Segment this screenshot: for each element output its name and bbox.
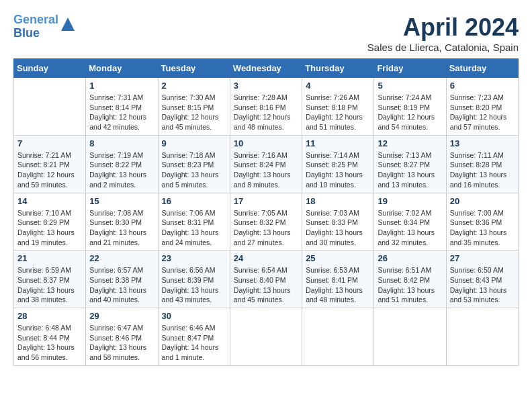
calendar-cell: 24Sunrise: 6:54 AMSunset: 8:40 PMDayligh… bbox=[230, 250, 302, 308]
calendar-cell: 2Sunrise: 7:30 AMSunset: 8:15 PMDaylight… bbox=[158, 78, 230, 136]
day-number: 9 bbox=[162, 138, 226, 148]
calendar-cell: 22Sunrise: 6:57 AMSunset: 8:38 PMDayligh… bbox=[86, 250, 158, 308]
calendar-cell: 3Sunrise: 7:28 AMSunset: 8:16 PMDaylight… bbox=[230, 78, 302, 136]
header-thursday: Thursday bbox=[302, 59, 374, 78]
day-number: 22 bbox=[89, 253, 154, 263]
day-info: Sunrise: 7:06 AMSunset: 8:31 PMDaylight:… bbox=[162, 208, 226, 248]
calendar-cell: 29Sunrise: 6:47 AMSunset: 8:46 PMDayligh… bbox=[86, 308, 158, 366]
calendar-cell: 26Sunrise: 6:51 AMSunset: 8:42 PMDayligh… bbox=[374, 250, 446, 308]
calendar-week-5: 28Sunrise: 6:48 AMSunset: 8:44 PMDayligh… bbox=[14, 308, 519, 366]
day-number: 5 bbox=[378, 81, 442, 91]
header-friday: Friday bbox=[374, 59, 446, 78]
calendar-cell: 11Sunrise: 7:14 AMSunset: 8:25 PMDayligh… bbox=[302, 135, 374, 193]
day-info: Sunrise: 6:56 AMSunset: 8:39 PMDaylight:… bbox=[162, 265, 226, 305]
day-number: 29 bbox=[89, 311, 154, 321]
day-number: 6 bbox=[450, 81, 515, 91]
calendar-cell bbox=[446, 308, 518, 366]
calendar-cell: 1Sunrise: 7:31 AMSunset: 8:14 PMDaylight… bbox=[86, 78, 158, 136]
calendar-cell bbox=[302, 308, 374, 366]
calendar-header: Sunday Monday Tuesday Wednesday Thursday… bbox=[14, 59, 519, 78]
day-info: Sunrise: 6:54 AMSunset: 8:40 PMDaylight:… bbox=[234, 265, 298, 305]
svg-marker-0 bbox=[61, 17, 75, 31]
calendar-cell bbox=[374, 308, 446, 366]
day-number: 10 bbox=[234, 138, 298, 148]
logo-icon bbox=[60, 16, 76, 32]
day-number: 3 bbox=[234, 81, 298, 91]
header-monday: Monday bbox=[86, 59, 158, 78]
day-info: Sunrise: 7:26 AMSunset: 8:18 PMDaylight:… bbox=[306, 93, 370, 132]
day-number: 23 bbox=[162, 253, 226, 263]
day-info: Sunrise: 6:46 AMSunset: 8:47 PMDaylight:… bbox=[162, 323, 226, 363]
day-info: Sunrise: 7:23 AMSunset: 8:20 PMDaylight:… bbox=[450, 93, 515, 132]
day-info: Sunrise: 6:59 AMSunset: 8:37 PMDaylight:… bbox=[17, 265, 82, 305]
day-info: Sunrise: 7:05 AMSunset: 8:32 PMDaylight:… bbox=[234, 208, 298, 248]
logo-text: General Blue bbox=[13, 13, 58, 40]
day-info: Sunrise: 7:28 AMSunset: 8:16 PMDaylight:… bbox=[234, 93, 298, 132]
day-number: 25 bbox=[306, 253, 370, 263]
calendar-cell: 5Sunrise: 7:24 AMSunset: 8:19 PMDaylight… bbox=[374, 78, 446, 136]
calendar-cell: 7Sunrise: 7:21 AMSunset: 8:21 PMDaylight… bbox=[14, 135, 86, 193]
day-info: Sunrise: 7:31 AMSunset: 8:14 PMDaylight:… bbox=[89, 93, 154, 132]
calendar-week-2: 7Sunrise: 7:21 AMSunset: 8:21 PMDaylight… bbox=[14, 135, 519, 193]
calendar-cell: 21Sunrise: 6:59 AMSunset: 8:37 PMDayligh… bbox=[14, 250, 86, 308]
day-info: Sunrise: 7:02 AMSunset: 8:34 PMDaylight:… bbox=[378, 208, 442, 248]
day-info: Sunrise: 6:57 AMSunset: 8:38 PMDaylight:… bbox=[89, 265, 154, 305]
calendar-cell bbox=[14, 78, 86, 136]
calendar-cell: 9Sunrise: 7:18 AMSunset: 8:23 PMDaylight… bbox=[158, 135, 230, 193]
month-title: April 2024 bbox=[367, 13, 519, 42]
location-subtitle: Sales de Llierca, Catalonia, Spain bbox=[367, 42, 519, 53]
calendar-cell: 20Sunrise: 7:00 AMSunset: 8:36 PMDayligh… bbox=[446, 193, 518, 250]
calendar-cell: 18Sunrise: 7:03 AMSunset: 8:33 PMDayligh… bbox=[302, 193, 374, 250]
calendar-cell: 30Sunrise: 6:46 AMSunset: 8:47 PMDayligh… bbox=[158, 308, 230, 366]
calendar-cell: 14Sunrise: 7:10 AMSunset: 8:29 PMDayligh… bbox=[14, 193, 86, 250]
day-number: 2 bbox=[162, 81, 226, 91]
day-number: 16 bbox=[162, 196, 226, 206]
day-number: 13 bbox=[450, 138, 515, 148]
day-number: 1 bbox=[89, 81, 154, 91]
header-saturday: Saturday bbox=[446, 59, 518, 78]
day-info: Sunrise: 6:53 AMSunset: 8:41 PMDaylight:… bbox=[306, 265, 370, 305]
calendar-cell: 23Sunrise: 6:56 AMSunset: 8:39 PMDayligh… bbox=[158, 250, 230, 308]
day-number: 11 bbox=[306, 138, 370, 148]
day-info: Sunrise: 7:10 AMSunset: 8:29 PMDaylight:… bbox=[17, 208, 82, 248]
day-info: Sunrise: 7:16 AMSunset: 8:24 PMDaylight:… bbox=[234, 150, 298, 190]
day-info: Sunrise: 7:13 AMSunset: 8:27 PMDaylight:… bbox=[378, 150, 442, 190]
calendar-cell: 8Sunrise: 7:19 AMSunset: 8:22 PMDaylight… bbox=[86, 135, 158, 193]
day-number: 18 bbox=[306, 196, 370, 206]
logo: General Blue bbox=[13, 13, 76, 40]
day-info: Sunrise: 7:18 AMSunset: 8:23 PMDaylight:… bbox=[162, 150, 226, 190]
day-number: 4 bbox=[306, 81, 370, 91]
calendar-table: Sunday Monday Tuesday Wednesday Thursday… bbox=[13, 58, 519, 366]
calendar-cell: 19Sunrise: 7:02 AMSunset: 8:34 PMDayligh… bbox=[374, 193, 446, 250]
day-info: Sunrise: 7:14 AMSunset: 8:25 PMDaylight:… bbox=[306, 150, 370, 190]
day-info: Sunrise: 7:19 AMSunset: 8:22 PMDaylight:… bbox=[89, 150, 154, 190]
page-header: General Blue April 2024 Sales de Llierca… bbox=[13, 13, 519, 53]
day-number: 20 bbox=[450, 196, 515, 206]
day-info: Sunrise: 7:00 AMSunset: 8:36 PMDaylight:… bbox=[450, 208, 515, 248]
day-info: Sunrise: 7:08 AMSunset: 8:30 PMDaylight:… bbox=[89, 208, 154, 248]
calendar-cell: 10Sunrise: 7:16 AMSunset: 8:24 PMDayligh… bbox=[230, 135, 302, 193]
title-block: April 2024 Sales de Llierca, Catalonia, … bbox=[367, 13, 519, 53]
calendar-cell: 4Sunrise: 7:26 AMSunset: 8:18 PMDaylight… bbox=[302, 78, 374, 136]
calendar-cell: 28Sunrise: 6:48 AMSunset: 8:44 PMDayligh… bbox=[14, 308, 86, 366]
header-wednesday: Wednesday bbox=[230, 59, 302, 78]
day-number: 27 bbox=[450, 253, 515, 263]
day-number: 8 bbox=[89, 138, 154, 148]
calendar-week-3: 14Sunrise: 7:10 AMSunset: 8:29 PMDayligh… bbox=[14, 193, 519, 250]
calendar-body: 1Sunrise: 7:31 AMSunset: 8:14 PMDaylight… bbox=[14, 78, 519, 366]
day-info: Sunrise: 6:48 AMSunset: 8:44 PMDaylight:… bbox=[17, 323, 82, 363]
day-number: 21 bbox=[17, 253, 82, 263]
calendar-cell: 6Sunrise: 7:23 AMSunset: 8:20 PMDaylight… bbox=[446, 78, 518, 136]
calendar-cell: 25Sunrise: 6:53 AMSunset: 8:41 PMDayligh… bbox=[302, 250, 374, 308]
header-sunday: Sunday bbox=[14, 59, 86, 78]
day-number: 30 bbox=[162, 311, 226, 321]
day-info: Sunrise: 6:47 AMSunset: 8:46 PMDaylight:… bbox=[89, 323, 154, 363]
calendar-cell: 27Sunrise: 6:50 AMSunset: 8:43 PMDayligh… bbox=[446, 250, 518, 308]
day-info: Sunrise: 7:03 AMSunset: 8:33 PMDaylight:… bbox=[306, 208, 370, 248]
calendar-week-1: 1Sunrise: 7:31 AMSunset: 8:14 PMDaylight… bbox=[14, 78, 519, 136]
calendar-week-4: 21Sunrise: 6:59 AMSunset: 8:37 PMDayligh… bbox=[14, 250, 519, 308]
day-number: 26 bbox=[378, 253, 442, 263]
day-number: 24 bbox=[234, 253, 298, 263]
day-info: Sunrise: 7:30 AMSunset: 8:15 PMDaylight:… bbox=[162, 93, 226, 132]
calendar-cell: 12Sunrise: 7:13 AMSunset: 8:27 PMDayligh… bbox=[374, 135, 446, 193]
